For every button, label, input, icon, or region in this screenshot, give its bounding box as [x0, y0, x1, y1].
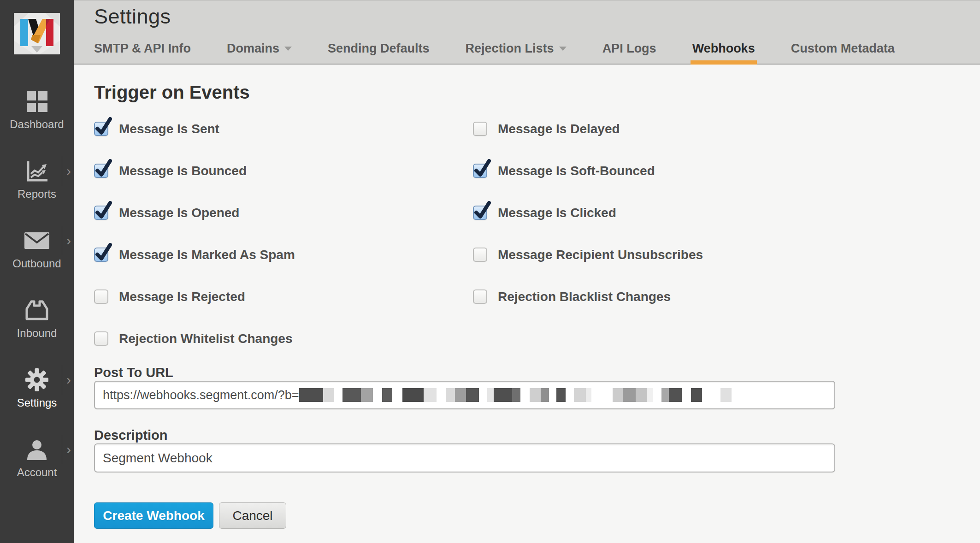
event-row: Message Is Delayed	[473, 108, 703, 150]
event-row: Message Is Opened	[94, 192, 295, 234]
tab-webhooks[interactable]: Webhooks	[692, 41, 755, 56]
chevron-right-icon[interactable]: ›	[62, 365, 71, 395]
description-label: Description	[94, 428, 168, 443]
redacted-block	[574, 388, 586, 402]
page-title: Settings	[94, 5, 171, 29]
sidebar-item-settings[interactable]: Settings ›	[0, 361, 74, 431]
redacted-block	[512, 388, 520, 402]
event-row: Message Is Sent	[94, 108, 295, 150]
redacted-block	[623, 388, 636, 402]
sidebar-item-label: Outbound	[12, 257, 61, 270]
url-redaction	[299, 388, 732, 402]
form-actions: Create Webhook Cancel	[94, 502, 286, 529]
grid-icon	[26, 89, 48, 114]
checkbox-label: Message Is Sent	[119, 122, 219, 136]
sidebar-item-label: Dashboard	[10, 118, 64, 131]
tab-rejection-lists[interactable]: Rejection Lists	[466, 41, 567, 56]
event-row: Message Is Soft-Bounced	[473, 150, 703, 192]
chevron-right-icon[interactable]: ›	[62, 435, 71, 464]
post-to-url-label: Post To URL	[94, 365, 173, 380]
webhook-form: Trigger on Events Message Is Sent Messag…	[74, 65, 980, 543]
post-to-url-input[interactable]: https://webhooks.segment.com/?b=	[94, 381, 835, 409]
tab-smtp-api-info[interactable]: SMTP & API Info	[94, 41, 191, 56]
redacted-block	[647, 388, 653, 402]
redacted-block	[636, 388, 647, 402]
events-column-right: Message Is Delayed Message Is Soft-Bounc…	[473, 108, 703, 318]
checkbox-label: Message Recipient Unsubscribes	[498, 248, 703, 262]
sidebar-item-dashboard[interactable]: Dashboard	[0, 83, 74, 153]
checkbox-label: Rejection Whitelist Changes	[119, 331, 293, 346]
tab-domains[interactable]: Domains	[227, 41, 292, 56]
redacted-block	[382, 388, 392, 402]
redacted-block	[541, 388, 549, 402]
redacted-block	[455, 388, 466, 402]
line-chart-icon	[25, 158, 49, 184]
checkbox-label: Message Is Soft-Bounced	[498, 164, 655, 178]
settings-tabs: SMTP & API Info Domains Sending Defaults…	[94, 41, 895, 56]
chevron-right-icon[interactable]: ›	[62, 226, 71, 255]
redacted-block	[299, 388, 323, 402]
tab-custom-metadata[interactable]: Custom Metadata	[791, 41, 895, 56]
checkbox-message-is-opened[interactable]	[94, 206, 108, 220]
envelope-icon	[24, 228, 50, 254]
sidebar-item-account[interactable]: Account ›	[0, 431, 74, 501]
chevron-down-icon	[559, 47, 567, 51]
mandrill-m-icon	[14, 13, 60, 54]
chevron-down-icon	[284, 47, 292, 51]
event-row: Message Is Marked As Spam	[94, 234, 295, 276]
checkbox-rejection-whitelist-changes[interactable]	[94, 331, 108, 346]
event-row: Message Is Bounced	[94, 150, 295, 192]
sidebar-item-outbound[interactable]: Outbound ›	[0, 222, 74, 292]
tab-sending-defaults[interactable]: Sending Defaults	[328, 41, 430, 56]
sidebar-item-reports[interactable]: Reports ›	[0, 153, 74, 222]
redacted-block	[586, 388, 591, 402]
redacted-block	[487, 388, 494, 402]
cancel-button[interactable]: Cancel	[219, 502, 286, 529]
sidebar-item-label: Reports	[18, 188, 56, 201]
redacted-block	[720, 388, 732, 402]
person-icon	[25, 437, 49, 462]
checkbox-message-is-rejected[interactable]	[94, 289, 108, 304]
sidebar-item-inbound[interactable]: Inbound	[0, 292, 74, 361]
mandrill-logo[interactable]	[14, 13, 60, 54]
redacted-block	[613, 388, 623, 402]
checkbox-label: Message Is Clicked	[498, 206, 616, 220]
url-value-prefix: https://webhooks.segment.com/?b=	[103, 388, 299, 402]
gear-icon	[25, 367, 49, 393]
events-column-left: Message Is Sent Message Is Bounced Messa…	[94, 108, 295, 360]
checkbox-message-is-clicked[interactable]	[473, 206, 487, 220]
redacted-block	[424, 388, 437, 402]
page-header: Settings SMTP & API Info Domains Sending…	[74, 0, 980, 65]
redacted-block	[669, 388, 682, 402]
checkbox-message-is-marked-as-spam[interactable]	[94, 248, 108, 262]
tab-api-logs[interactable]: API Logs	[602, 41, 656, 56]
sidebar-nav: Dashboard Reports ›	[0, 83, 74, 501]
checkbox-label: Message Is Rejected	[119, 289, 245, 304]
section-heading: Trigger on Events	[94, 82, 250, 103]
sidebar: Dashboard Reports ›	[0, 0, 74, 543]
checkbox-message-is-soft-bounced[interactable]	[473, 164, 487, 178]
checkbox-rejection-blacklist-changes[interactable]	[473, 289, 487, 304]
description-input[interactable]	[94, 443, 835, 472]
sidebar-item-label: Inbound	[17, 327, 57, 340]
event-row: Message Is Clicked	[473, 192, 703, 234]
redacted-block	[466, 388, 479, 402]
checkbox-message-is-bounced[interactable]	[94, 164, 108, 178]
event-row: Rejection Blacklist Changes	[473, 276, 703, 318]
sidebar-item-label: Account	[17, 466, 57, 479]
checkbox-message-is-sent[interactable]	[94, 122, 108, 136]
checkbox-label: Message Is Marked As Spam	[119, 248, 295, 262]
checkbox-message-is-delayed[interactable]	[473, 122, 487, 136]
event-row: Message Is Rejected	[94, 276, 295, 318]
checkbox-label: Message Is Bounced	[119, 164, 247, 178]
redacted-block	[661, 388, 669, 402]
sidebar-item-label: Settings	[17, 396, 57, 409]
create-webhook-button[interactable]: Create Webhook	[94, 502, 213, 529]
redacted-block	[494, 388, 512, 402]
checkbox-label: Message Is Delayed	[498, 122, 620, 136]
inbox-tray-icon	[24, 297, 49, 323]
chevron-right-icon[interactable]: ›	[62, 156, 71, 186]
checkbox-message-recipient-unsubscribes[interactable]	[473, 248, 487, 262]
redacted-block	[361, 388, 373, 402]
redacted-block	[691, 388, 702, 402]
